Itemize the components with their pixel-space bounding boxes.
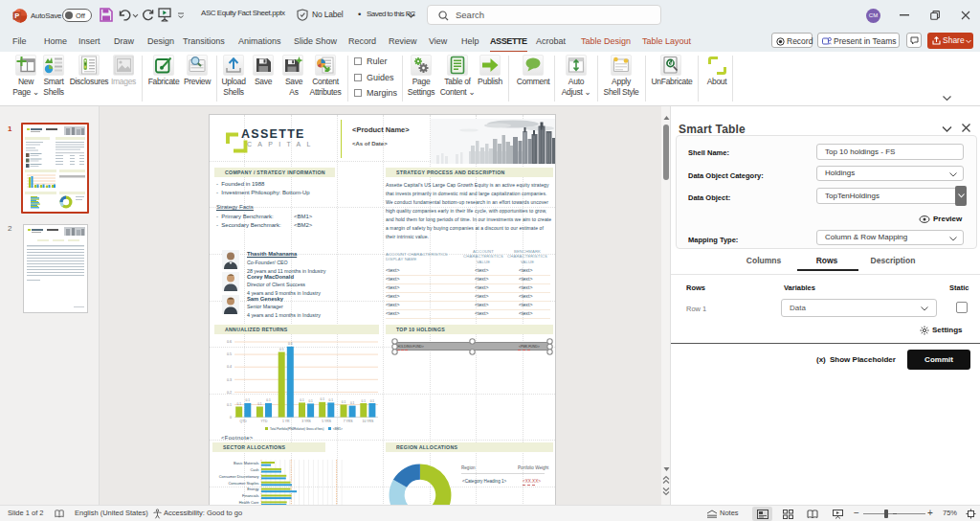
svg-text:0.5: 0.5 <box>227 352 232 356</box>
svg-text:0.2: 0.2 <box>227 391 232 395</box>
svg-text:1 YR: 1 YR <box>282 419 290 423</box>
svg-text:0.1: 0.1 <box>236 402 241 406</box>
svg-text:Consumer Staples: Consumer Staples <box>228 481 258 486</box>
svg-text:0.3: 0.3 <box>227 378 232 382</box>
svg-text:0.1: 0.1 <box>227 403 232 407</box>
svg-text:0.5: 0.5 <box>279 348 284 351</box>
svg-text:0.1: 0.1 <box>362 399 367 403</box>
svg-text:7 YRS: 7 YRS <box>344 419 353 423</box>
svg-text:QTD: QTD <box>240 419 248 423</box>
svg-text:10 YRS: 10 YRS <box>363 419 374 423</box>
svg-text:0.1: 0.1 <box>266 398 271 402</box>
svg-text:0.1: 0.1 <box>308 399 313 403</box>
svg-text:3 YRS: 3 YRS <box>301 419 311 423</box>
svg-text:0: 0 <box>230 416 232 419</box>
svg-text:Cash: Cash <box>250 467 258 472</box>
svg-text:Energy: Energy <box>247 487 258 491</box>
svg-text:YTD: YTD <box>261 419 268 423</box>
svg-text:P: P <box>14 11 19 20</box>
svg-text:0.1: 0.1 <box>370 399 375 403</box>
svg-text:0.1: 0.1 <box>257 402 262 406</box>
svg-text:0.1: 0.1 <box>350 401 355 405</box>
svg-text:0.1: 0.1 <box>342 400 346 404</box>
svg-text:0.6: 0.6 <box>227 340 232 344</box>
svg-text:0.6: 0.6 <box>288 342 293 346</box>
svg-text:0.4: 0.4 <box>227 365 232 369</box>
svg-text:Basic Materials: Basic Materials <box>234 461 258 465</box>
svg-text:Financials: Financials <box>242 493 259 498</box>
svg-text:0.1: 0.1 <box>246 398 251 402</box>
svg-text:Consumer Discretionary: Consumer Discretionary <box>219 474 259 479</box>
svg-text:Total Portfolio(PN4Relative) G: Total Portfolio(PN4Relative) Gross of fe… <box>270 427 324 431</box>
svg-text:0.1: 0.1 <box>300 398 304 402</box>
svg-text:5 YRS: 5 YRS <box>322 419 331 423</box>
svg-text:0.1: 0.1 <box>329 398 334 402</box>
svg-text:<BM1>: <BM1> <box>333 427 343 431</box>
svg-text:0.1: 0.1 <box>320 397 324 401</box>
